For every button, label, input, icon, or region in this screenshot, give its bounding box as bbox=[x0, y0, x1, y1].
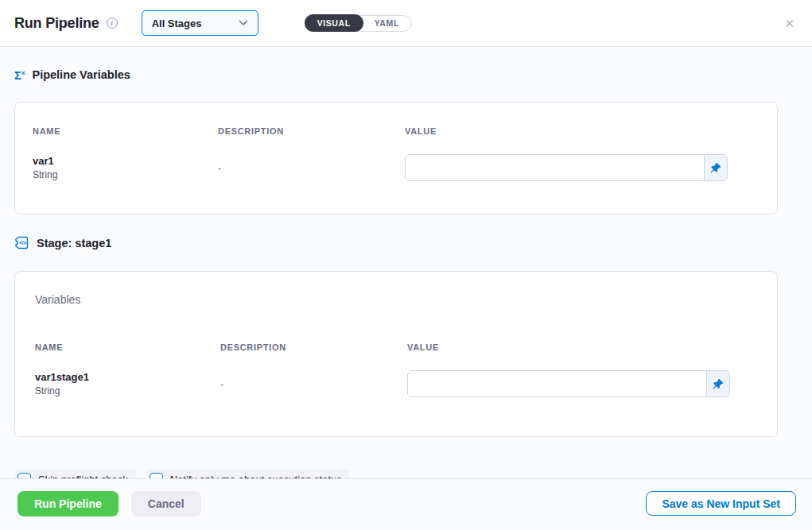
stage-title: Stage: stage1 bbox=[37, 237, 111, 250]
pin-button[interactable] bbox=[704, 155, 727, 180]
stage-filter-select[interactable]: All Stages bbox=[142, 10, 258, 36]
pipeline-variables-card: NAME DESCRIPTION VALUE var1 String - bbox=[14, 102, 778, 215]
custom-stage-icon: </> bbox=[14, 236, 29, 250]
dialog-body: Σx Pipeline Variables NAME DESCRIPTION V… bbox=[0, 47, 812, 478]
info-icon[interactable]: i bbox=[107, 17, 118, 29]
variable-value-group bbox=[405, 154, 728, 181]
svg-text:</>: </> bbox=[19, 240, 27, 246]
variable-name: var1stage1 bbox=[35, 371, 220, 383]
stage-filter-value: All Stages bbox=[152, 17, 202, 29]
variable-value-input[interactable] bbox=[408, 371, 706, 397]
column-header-name: NAME bbox=[35, 342, 220, 352]
toggle-visual[interactable]: VISUAL bbox=[305, 14, 363, 32]
sigma-variables-icon: Σx bbox=[14, 69, 25, 81]
column-header-description: DESCRIPTION bbox=[218, 126, 405, 136]
table-header: NAME DESCRIPTION VALUE bbox=[35, 342, 760, 352]
variable-type: String bbox=[35, 385, 220, 397]
pushpin-icon bbox=[710, 162, 721, 173]
checkbox-icon[interactable] bbox=[17, 473, 31, 478]
column-header-description: DESCRIPTION bbox=[220, 342, 407, 352]
pipeline-variables-heading: Σx Pipeline Variables bbox=[14, 68, 812, 81]
variable-value-input[interactable] bbox=[406, 155, 704, 180]
dialog-footer: Run Pipeline Cancel Save as New Input Se… bbox=[0, 478, 812, 530]
close-icon[interactable]: ✕ bbox=[781, 14, 798, 33]
chevron-down-icon bbox=[239, 20, 248, 26]
table-header: NAME DESCRIPTION VALUE bbox=[33, 126, 760, 136]
stage-heading: </> Stage: stage1 bbox=[14, 236, 812, 250]
table-row: var1stage1 String - bbox=[35, 370, 760, 397]
toggle-yaml[interactable]: YAML bbox=[363, 15, 411, 32]
notify-me-checkbox[interactable]: Notify only me about execution status bbox=[146, 470, 350, 478]
page-title: Run Pipeline bbox=[14, 15, 99, 32]
pin-button[interactable] bbox=[706, 371, 729, 397]
skip-preflight-checkbox[interactable]: Skip preflight check bbox=[14, 470, 136, 478]
variable-name: var1 bbox=[33, 155, 218, 167]
visual-yaml-toggle: VISUAL YAML bbox=[305, 15, 412, 32]
checkbox-icon[interactable] bbox=[150, 473, 163, 478]
stage-variables-card: Variables NAME DESCRIPTION VALUE var1sta… bbox=[14, 271, 778, 437]
dialog-header: Run Pipeline i All Stages VISUAL YAML ✕ bbox=[0, 0, 812, 47]
pushpin-icon bbox=[713, 378, 724, 389]
column-header-value: VALUE bbox=[407, 342, 730, 352]
column-header-value: VALUE bbox=[405, 126, 728, 136]
pipeline-variables-title: Pipeline Variables bbox=[32, 68, 130, 81]
save-as-new-input-set-button[interactable]: Save as New Input Set bbox=[646, 491, 796, 516]
run-pipeline-button[interactable]: Run Pipeline bbox=[17, 491, 118, 516]
variable-description: - bbox=[218, 162, 405, 174]
variable-type: String bbox=[33, 169, 218, 180]
variable-value-group bbox=[407, 370, 730, 397]
cancel-button[interactable]: Cancel bbox=[131, 491, 201, 516]
execution-options: Skip preflight check Notify only me abou… bbox=[14, 470, 812, 478]
variables-subheading: Variables bbox=[35, 293, 760, 306]
column-header-name: NAME bbox=[33, 126, 218, 136]
table-row: var1 String - bbox=[33, 154, 760, 181]
variable-description: - bbox=[220, 378, 407, 390]
